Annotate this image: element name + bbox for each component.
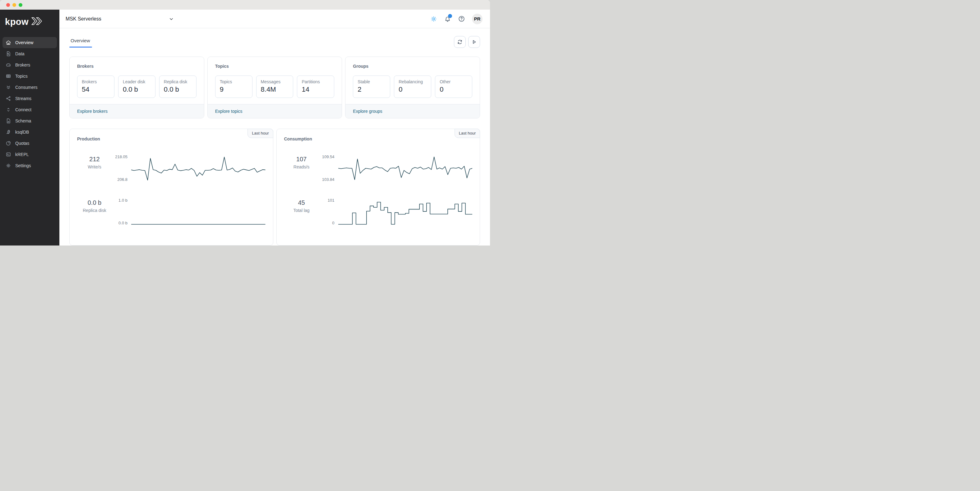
sidebar-item-overview[interactable]: Overview [3,37,57,48]
sidebar-item-label: Data [15,51,25,56]
sidebar-item-label: Consumers [15,85,38,90]
explore-topics-link[interactable]: Explore topics [215,109,242,114]
chevrons-up-down-icon [6,107,11,113]
sidebar-item-label: Connect [15,107,32,112]
axis-min-label: 206.8 [117,177,127,182]
gear-icon [6,163,11,168]
production-chart-card: Last hour Production 212 Write/s 218.05 … [69,129,273,246]
card-title: Topics [215,64,334,69]
notifications-button[interactable] [444,15,451,22]
sidebar-item-ksqldb[interactable]: ksqlDB [3,127,57,138]
total-lag-label: Total lag [284,208,319,213]
sidebar-item-label: Settings [15,163,31,168]
help-icon [458,15,465,22]
sidebar-item-topics[interactable]: Topics [3,70,57,82]
file-text-icon [6,118,11,124]
sidebar-item-label: Quotas [15,141,29,146]
writes-value: 212 [77,156,112,163]
home-icon [6,40,11,45]
minimize-window-button[interactable] [13,3,16,7]
reads-label: Reads/s [284,164,319,169]
axis-min-label: 103.84 [322,177,334,182]
stat-tile-other: Other 0 [435,76,472,98]
replica-disk-sparkline [131,199,266,226]
sidebar-item-consumers[interactable]: Consumers [3,82,57,93]
explore-groups-link[interactable]: Explore groups [353,109,382,114]
reads-value: 107 [284,156,319,163]
axis-min-label: 0 [332,221,334,225]
card-title: Groups [353,64,472,69]
reads-per-sec-row: 107 Reads/s 109.54 103.84 [284,155,473,183]
consumption-chart-card: Last hour Consumption 107 Reads/s 109.54… [277,129,480,246]
cluster-select[interactable]: MSK Serverless [65,16,174,22]
sidebar-item-label: Brokers [15,62,30,67]
chevrons-down-icon [6,84,11,90]
help-button[interactable] [458,15,465,22]
tab-label: Overview [71,38,90,43]
sidebar-item-label: Streams [15,96,32,101]
app-window: kpow Overview Data [0,0,490,246]
close-window-button[interactable] [6,3,10,7]
sidebar-nav: Overview Data Brokers Topics Consumers [0,37,59,171]
sidebar-item-schema[interactable]: Schema [3,115,57,127]
avatar[interactable]: PR [472,14,482,24]
cluster-name: MSK Serverless [65,16,101,22]
axis-max-label: 218.05 [115,154,127,159]
chart-title: Consumption [284,137,473,141]
writes-sparkline [131,155,266,183]
sidebar-item-connect[interactable]: Connect [3,104,57,115]
sidebar-item-streams[interactable]: Streams [3,93,57,104]
theme-toggle-button[interactable] [430,16,437,22]
logo-text: kpow [5,17,29,26]
overview-page: Overview [59,28,490,246]
chart-title: Production [77,137,266,141]
sidebar-item-label: kREPL [15,152,29,157]
tab-active-underline [69,47,92,48]
writes-per-sec-row: 212 Write/s 218.05 206.8 [77,155,266,183]
replica-disk-row: 0.0 b Replica disk 1.0 b 0.0 b [77,199,266,226]
total-lag-row: 45 Total lag 101 0 [284,199,473,226]
chevron-down-icon [168,16,174,22]
sidebar-item-quotas[interactable]: Quotas [3,138,57,149]
time-range-badge[interactable]: Last hour [455,129,480,138]
window-titlebar [0,0,490,10]
brokers-card: Brokers Brokers 54 Leader disk 0.0 b [69,57,204,118]
sidebar-item-label: ksqlDB [15,130,29,135]
explore-brokers-link[interactable]: Explore brokers [77,109,108,114]
hard-drive-icon [6,62,11,68]
kpow-logo: kpow [0,10,59,30]
stat-tile-topics: Topics 9 [215,76,253,98]
sidebar-item-data[interactable]: Data [3,48,57,59]
stat-tile-stable: Stable 2 [353,76,390,98]
topics-card: Topics Topics 9 Messages 8.4M [207,57,342,118]
sidebar-item-label: Topics [15,74,28,79]
sidebar-item-label: Schema [15,118,31,123]
axis-max-label: 109.54 [322,154,334,159]
sidebar-item-krepl[interactable]: kREPL [3,149,57,160]
table-icon [6,73,11,79]
share-icon [6,96,11,101]
refresh-button[interactable] [454,36,466,48]
total-lag-value: 45 [284,199,319,207]
file-search-icon [6,51,11,57]
zoom-window-button[interactable] [19,3,22,7]
axis-min-label: 0.0 b [118,221,127,225]
tab-overview[interactable]: Overview [69,36,92,48]
sidebar-item-settings[interactable]: Settings [3,160,57,171]
refresh-icon [457,39,463,45]
sun-icon [430,16,437,22]
axis-max-label: 101 [328,198,334,203]
time-range-badge[interactable]: Last hour [248,129,273,138]
sidebar-item-brokers[interactable]: Brokers [3,59,57,70]
card-title: Brokers [77,64,197,69]
stat-tile-messages: Messages 8.4M [256,76,293,98]
logo-chevrons-icon [31,16,43,27]
stat-tile-leader-disk: Leader disk 0.0 b [118,76,156,98]
stat-tile-rebalancing: Rebalancing 0 [394,76,431,98]
play-icon [471,39,477,45]
play-button[interactable] [468,36,480,48]
stat-tile-partitions: Partitions 14 [297,76,334,98]
notification-dot [448,14,452,18]
sidebar-item-label: Overview [15,40,33,45]
replica-disk-label: Replica disk [77,208,112,213]
